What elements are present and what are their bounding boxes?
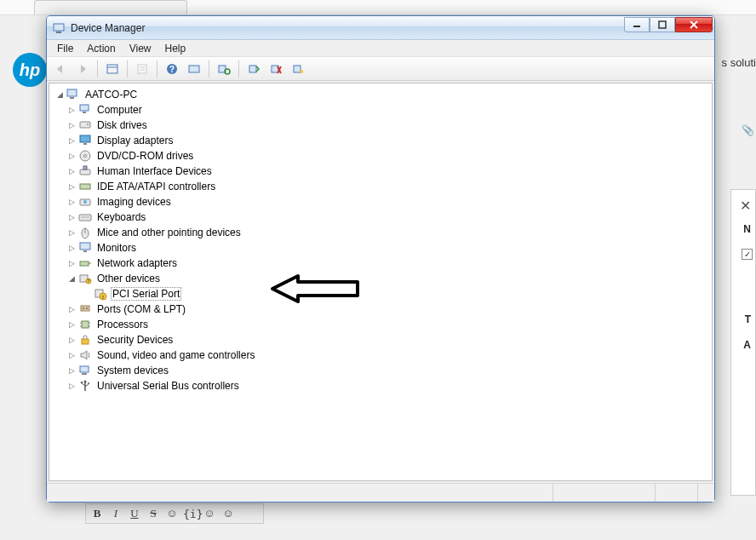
forward-button [72, 60, 93, 78]
emoji-icon[interactable]: ☺ [220, 507, 236, 520]
tree-root[interactable]: ◢ AATCO-PC [51, 87, 710, 102]
processor-icon [78, 318, 92, 331]
tree-item-security[interactable]: ▷ Security Devices [66, 332, 710, 348]
underline-icon[interactable]: U [127, 507, 142, 520]
collapse-icon[interactable]: ◢ [66, 273, 77, 284]
svg-rect-33 [83, 166, 87, 169]
expand-icon[interactable]: ▷ [66, 365, 77, 376]
svg-rect-16 [249, 66, 256, 72]
svg-point-63 [84, 381, 87, 383]
expand-icon[interactable]: ▷ [66, 181, 77, 192]
emoji-icon[interactable]: ☺ [202, 507, 217, 520]
tree-item-imaging[interactable]: ▷ Imaging devices [66, 194, 710, 210]
tree-label: Other devices [95, 272, 162, 285]
expand-icon[interactable]: ▷ [66, 227, 77, 238]
monitor-icon [78, 241, 92, 255]
expand-icon[interactable]: ▷ [66, 304, 77, 314]
tree-item-system[interactable]: ▷ System devices [66, 363, 710, 378]
tree-item-hid[interactable]: ▷ Human Interface Devices [66, 164, 710, 179]
svg-rect-6 [107, 65, 117, 73]
svg-rect-22 [67, 89, 77, 96]
tree-label: Display adapters [95, 134, 175, 147]
bold-icon[interactable]: B [89, 507, 105, 520]
expand-icon[interactable]: ▷ [66, 350, 77, 360]
show-hide-tree-button[interactable] [102, 60, 123, 78]
tree-label: Disk drives [95, 118, 149, 132]
expand-icon[interactable]: ▷ [66, 335, 77, 345]
menu-help[interactable]: Help [158, 41, 193, 56]
update-driver-button[interactable] [243, 60, 264, 78]
scan-hardware-button[interactable] [214, 60, 234, 78]
titlebar[interactable]: Device Manager [47, 16, 714, 40]
tree-label: Keyboards [95, 210, 147, 224]
svg-rect-66 [81, 382, 83, 383]
tree-label: Imaging devices [95, 195, 173, 209]
svg-point-27 [87, 124, 89, 125]
port-icon [78, 302, 92, 316]
svg-rect-41 [80, 243, 90, 250]
tree-label: Security Devices [95, 333, 175, 347]
code-icon[interactable]: {i} [183, 508, 198, 520]
tree-item-monitors[interactable]: ▷ Monitors [66, 240, 710, 256]
svg-rect-20 [294, 66, 301, 72]
expand-icon[interactable]: ▷ [66, 151, 77, 161]
emoji-icon[interactable]: ☺ [164, 507, 180, 520]
tree-item-ide[interactable]: ▷ IDE ATA/ATAPI controllers [66, 179, 710, 194]
svg-rect-25 [83, 112, 86, 113]
page-text-fragment: s soluti [722, 56, 756, 69]
expand-icon[interactable]: ▷ [66, 319, 77, 330]
expand-icon[interactable]: ▷ [66, 120, 77, 130]
expand-icon[interactable]: ▷ [66, 166, 77, 176]
tree-item-mice[interactable]: ▷ Mice and other pointing devices [66, 225, 710, 240]
svg-rect-32 [80, 169, 90, 175]
close-icon[interactable]: ✕ [740, 198, 751, 214]
tree-label: DVD/CD-ROM drives [95, 149, 195, 163]
computer-icon [78, 103, 92, 117]
tree-item-sound[interactable]: ▷ Sound, video and game controllers [66, 348, 710, 363]
maximize-button[interactable] [650, 17, 675, 32]
expand-icon[interactable]: ▷ [66, 135, 77, 146]
tree-item-processors[interactable]: ▷ Processors [66, 317, 710, 332]
strike-icon[interactable]: S [146, 507, 161, 520]
toolbar-button[interactable] [288, 60, 308, 78]
italic-icon[interactable]: I [108, 507, 123, 520]
tree-item-display-adapters[interactable]: ▷ Display adapters [66, 133, 710, 148]
tree-item-network[interactable]: ▷ Network adapters [66, 256, 710, 271]
panel-letter: A [743, 339, 751, 351]
uninstall-button[interactable] [266, 60, 286, 78]
svg-rect-59 [82, 339, 89, 344]
svg-rect-1 [56, 32, 61, 33]
panel-letter: N [743, 223, 751, 235]
tree-item-computer[interactable]: ▷ Computer [66, 102, 710, 118]
menu-file[interactable]: File [50, 41, 80, 56]
svg-text:?: ? [88, 279, 90, 284]
expand-icon[interactable]: ▷ [66, 381, 77, 391]
properties-button [132, 60, 152, 78]
expand-icon[interactable]: ▷ [66, 197, 77, 207]
close-button[interactable] [675, 17, 713, 32]
svg-point-67 [88, 382, 89, 384]
tree-item-other-devices[interactable]: ◢ ? Other devices [66, 271, 710, 286]
expand-icon[interactable]: ▷ [66, 243, 77, 253]
tree-item-dvd[interactable]: ▷ DVD/CD-ROM drives [66, 148, 710, 164]
expand-icon[interactable]: ▷ [66, 105, 77, 115]
tree-item-ports[interactable]: ▷ Ports (COM & LPT) [66, 302, 710, 317]
svg-rect-24 [80, 105, 89, 111]
tree-item-disk-drives[interactable]: ▷ Disk drives [66, 118, 710, 133]
expand-icon[interactable]: ▷ [66, 258, 77, 268]
help-button[interactable]: ? [162, 60, 182, 78]
menu-action[interactable]: Action [80, 41, 122, 56]
minimize-button[interactable] [624, 17, 650, 32]
svg-rect-0 [54, 24, 64, 31]
checkbox[interactable]: ✓ [742, 249, 753, 260]
device-manager-icon [52, 21, 66, 35]
svg-point-21 [300, 70, 303, 73]
tree-item-pci-serial-port[interactable]: ! PCI Serial Port [82, 286, 710, 302]
tree-item-keyboards[interactable]: ▷ Keyboards [66, 210, 710, 225]
toolbar-button[interactable] [184, 60, 204, 78]
expand-icon[interactable]: ▷ [66, 212, 77, 222]
tree-item-usb[interactable]: ▷ Universal Serial Bus controllers [66, 378, 710, 394]
menu-view[interactable]: View [123, 41, 158, 56]
collapse-icon[interactable]: ◢ [54, 89, 65, 100]
tree-pane[interactable]: ◢ AATCO-PC ▷ Computer ▷ Disk drives ▷ [49, 83, 713, 481]
